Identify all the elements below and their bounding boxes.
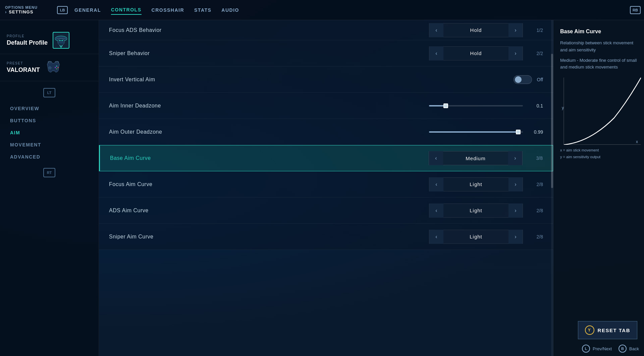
aim-inner-deadzone-row: Aim Inner Deadzone 0.1 xyxy=(99,93,553,119)
sniper-behavior-next[interactable]: › xyxy=(508,46,523,60)
base-aim-curve-next[interactable]: › xyxy=(508,151,522,165)
prev-next-label: Prev/Next xyxy=(593,346,612,351)
scrollbar[interactable] xyxy=(551,20,553,356)
sidebar: PROFILE Default Profile PRESET VALORANT xyxy=(0,20,99,356)
focus-aim-curve-value: Light xyxy=(443,181,508,187)
sniper-aim-curve-next[interactable]: › xyxy=(508,230,523,244)
aim-outer-deadzone-thumb[interactable] xyxy=(516,130,521,134)
focus-ads-behavior-value: Hold xyxy=(443,27,508,33)
sniper-behavior-selector[interactable]: ‹ Hold › xyxy=(429,46,523,60)
aim-outer-deadzone-label: Aim Outer Deadzone xyxy=(109,129,429,135)
b-badge[interactable]: B xyxy=(619,345,627,353)
profile-info: PROFILE Default Profile xyxy=(7,34,48,46)
info-description-1: Relationship between stick movement and … xyxy=(560,40,637,54)
rt-badge-container: RT xyxy=(0,168,99,177)
svg-point-8 xyxy=(56,65,57,67)
invert-vertical-aim-control: Off xyxy=(514,75,543,84)
ads-aim-curve-prev[interactable]: ‹ xyxy=(429,204,443,218)
aim-outer-deadzone-value: 0.99 xyxy=(528,129,543,135)
options-menu-section: OPTIONS MENU SETTINGS xyxy=(0,5,54,14)
svg-text:x: x xyxy=(636,139,638,144)
tab-general[interactable]: GENERAL xyxy=(74,6,101,14)
sidebar-item-overview[interactable]: OVERVIEW xyxy=(0,102,99,115)
sniper-aim-curve-row: Sniper Aim Curve ‹ Light › 2/8 xyxy=(99,224,553,250)
focus-aim-curve-selector[interactable]: ‹ Light › xyxy=(429,177,523,191)
tab-audio[interactable]: AUDIO xyxy=(221,6,239,14)
ads-aim-curve-selector[interactable]: ‹ Light › xyxy=(429,204,523,218)
profile-section: PROFILE Default Profile xyxy=(0,27,99,54)
lt-badge[interactable]: LT xyxy=(43,88,55,97)
lb-badge[interactable]: LB xyxy=(57,6,68,14)
controller-icon xyxy=(45,59,62,76)
focus-ads-behavior-row: Focus ADS Behavior ‹ Hold › 1/2 xyxy=(99,20,553,40)
lt-badge-container: LT xyxy=(0,88,99,97)
aim-inner-deadzone-thumb[interactable] xyxy=(443,103,448,108)
focus-aim-curve-next[interactable]: › xyxy=(508,177,523,191)
tab-crosshair[interactable]: CROSSHAIR xyxy=(152,6,184,14)
reset-tab-label: RESET TAB xyxy=(598,327,630,333)
bottom-controls: L Prev/Next B Back xyxy=(582,345,639,353)
tab-stats[interactable]: STATS xyxy=(194,6,211,14)
focus-ads-behavior-label: Focus ADS Behavior xyxy=(109,27,429,33)
sniper-aim-curve-selector[interactable]: ‹ Light › xyxy=(429,230,523,244)
rb-badge[interactable]: RB xyxy=(630,6,641,14)
controller-svg xyxy=(45,61,62,74)
curve-chart: x xyxy=(564,78,641,145)
focus-aim-curve-counter: 2/8 xyxy=(528,182,543,187)
profile-icon xyxy=(53,32,69,49)
ads-aim-curve-label: ADS Aim Curve xyxy=(109,208,429,214)
profile-label: PROFILE xyxy=(7,34,48,38)
ads-aim-curve-next[interactable]: › xyxy=(508,204,523,218)
sniper-aim-curve-prev[interactable]: ‹ xyxy=(429,230,443,244)
svg-point-10 xyxy=(56,68,57,70)
back-label: Back xyxy=(629,346,639,351)
sniper-behavior-prev[interactable]: ‹ xyxy=(429,46,443,60)
focus-aim-curve-label: Focus Aim Curve xyxy=(109,181,429,187)
preset-info: PRESET VALORANT xyxy=(7,61,40,74)
aim-outer-deadzone-track[interactable] xyxy=(429,131,523,133)
reset-tab-button[interactable]: Y RESET TAB xyxy=(578,321,637,339)
svg-rect-3 xyxy=(58,41,64,44)
settings-label: SETTINGS xyxy=(5,9,49,14)
focus-ads-behavior-selector[interactable]: ‹ Hold › xyxy=(429,23,523,37)
sniper-behavior-row: Sniper Behavior ‹ Hold › 2/2 xyxy=(99,40,553,66)
invert-vertical-aim-label: Invert Vertical Aim xyxy=(109,77,514,83)
sniper-behavior-counter: 2/2 xyxy=(528,51,543,56)
sniper-aim-curve-value: Light xyxy=(443,234,508,239)
focus-ads-behavior-counter: 1/2 xyxy=(528,28,543,33)
sidebar-item-advanced[interactable]: ADVANCED xyxy=(0,151,99,163)
tab-controls[interactable]: CONTROLS xyxy=(111,5,142,15)
ads-aim-curve-row: ADS Aim Curve ‹ Light › 2/8 xyxy=(99,197,553,224)
aim-inner-deadzone-track[interactable] xyxy=(429,105,523,106)
curve-chart-container: y x x = aim stick movement y = aim sensi… xyxy=(560,78,637,159)
profile-name: Default Profile xyxy=(7,39,48,46)
sniper-behavior-control: ‹ Hold › 2/2 xyxy=(429,46,543,60)
focus-aim-curve-prev[interactable]: ‹ xyxy=(429,177,443,191)
l-badge[interactable]: L xyxy=(582,345,590,353)
profile-avatar-icon xyxy=(53,33,69,48)
sidebar-item-movement[interactable]: MOVEMENT xyxy=(0,139,99,151)
sniper-aim-curve-control: ‹ Light › 2/8 xyxy=(429,230,543,244)
preset-label: PRESET xyxy=(7,61,40,65)
focus-ads-behavior-next[interactable]: › xyxy=(508,23,523,37)
focus-aim-curve-row: Focus Aim Curve ‹ Light › 2/8 xyxy=(99,171,553,197)
svg-point-11 xyxy=(55,67,56,68)
invert-vertical-aim-value: Off xyxy=(537,77,543,82)
ads-aim-curve-counter: 2/8 xyxy=(528,208,543,213)
focus-ads-behavior-prev[interactable]: ‹ xyxy=(429,23,443,37)
svg-rect-5 xyxy=(61,40,63,41)
base-aim-curve-row: Base Aim Curve ‹ Medium › 3/8 xyxy=(99,145,553,171)
invert-vertical-aim-row: Invert Vertical Aim Off xyxy=(99,66,553,93)
sniper-aim-curve-label: Sniper Aim Curve xyxy=(109,234,429,240)
sidebar-item-buttons[interactable]: BUTTONS xyxy=(0,115,99,127)
chart-legend-x: x = aim stick movement xyxy=(560,148,637,152)
base-aim-curve-prev[interactable]: ‹ xyxy=(429,151,443,165)
invert-vertical-aim-toggle[interactable] xyxy=(514,75,532,84)
scrollbar-thumb[interactable] xyxy=(551,54,553,188)
rt-badge[interactable]: RT xyxy=(43,168,55,177)
sidebar-item-aim[interactable]: AIM xyxy=(0,127,99,139)
base-aim-curve-selector[interactable]: ‹ Medium › xyxy=(429,151,523,165)
preset-name: VALORANT xyxy=(7,66,40,74)
preset-section: PRESET VALORANT xyxy=(0,54,99,81)
y-badge: Y xyxy=(585,325,594,335)
